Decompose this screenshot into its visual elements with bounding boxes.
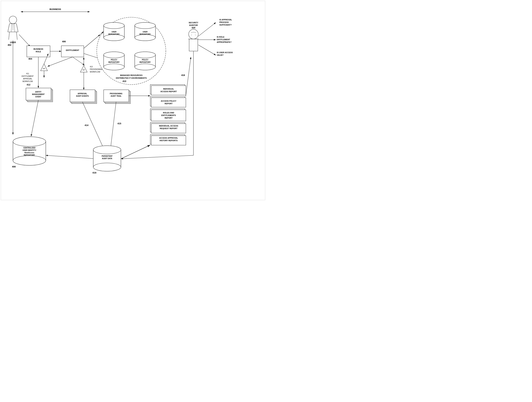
auditor-label: SECURITY: [189, 22, 198, 24]
svg-point-53: [135, 52, 155, 58]
wf2-label: WF: [82, 69, 85, 71]
wf1-label: WF: [43, 68, 45, 69]
entitlement-box: [61, 46, 84, 57]
svg-point-29: [104, 22, 124, 29]
is-user-label: IS USER ACCESS: [217, 51, 233, 54]
roles-entitlements-label: ROLES AND: [163, 112, 174, 114]
svg-text:AUDIT DATA: AUDIT DATA: [102, 158, 112, 160]
entitlement-label: ENTITLEMENT: [66, 49, 79, 51]
business-role-label: BUSINESS: [33, 48, 43, 50]
svg-point-30: [104, 35, 124, 41]
individual-access-request-label: INDIVIDUAL ACCESS: [159, 125, 178, 127]
svg-text:REPOSITORY: REPOSITORY: [139, 61, 151, 63]
business-label: BUSINESS: [50, 8, 61, 11]
svg-point-81: [13, 137, 46, 146]
svg-text:REPORT: REPORT: [165, 103, 172, 105]
svg-text:REPOSITORY: REPOSITORY: [108, 33, 120, 35]
svg-text:REQUEST REPORT: REQUEST REPORT: [160, 127, 177, 130]
svg-text:VALID?: VALID?: [217, 54, 223, 56]
svg-text:RoleAccess: RoleAccess: [25, 152, 34, 154]
is-role-label: IS ROLE: [217, 36, 224, 38]
svg-text:REPOSITORY: REPOSITORY: [24, 154, 35, 156]
user-id: 402: [8, 44, 11, 46]
svg-point-93: [93, 163, 121, 171]
svg-point-92: [93, 146, 121, 154]
entitlement-workflow: ENTITLEMENT: [22, 75, 33, 77]
svg-text:PROVISIONING: PROVISIONING: [90, 68, 103, 70]
svg-point-46: [135, 35, 155, 41]
svg-point-45: [135, 22, 155, 29]
auditor-head: [189, 29, 198, 39]
mr-id: 410: [122, 80, 126, 82]
svg-text:REPORT: REPORT: [165, 117, 172, 119]
policy-repo-right-label: POLICY: [142, 59, 148, 61]
svg-point-54: [135, 64, 155, 70]
provisioning-audit-label: PROVISIONING: [110, 93, 122, 95]
is-approval-label: IS APPROVAL: [219, 19, 232, 21]
svg-text:PROCESS: PROCESS: [219, 21, 229, 23]
svg-text:AUDIT TRAIL: AUDIT TRAIL: [111, 95, 122, 97]
pa-id: 416-: [92, 171, 97, 174]
svg-text:USER IDENTITY/: USER IDENTITY/: [23, 149, 36, 151]
svg-point-37: [104, 52, 124, 58]
svg-text:SUFFICIENT?: SUFFICIENT?: [219, 24, 232, 26]
diagram-container: BUSINESS USER 402 BUSINESS ROLE 404 ENTI…: [0, 0, 266, 201]
svg-text:APPROVAL: APPROVAL: [23, 78, 32, 80]
svg-text:MANAGEMENT: MANAGEMENT: [32, 93, 45, 95]
svg-text:REPOSITORY: REPOSITORY: [108, 61, 120, 63]
ref-414: 414: [85, 124, 89, 127]
eme-id: 412: [27, 83, 30, 86]
managed-resources-label: MANAGED RESOURCES: [120, 74, 142, 76]
svg-text:HISTORY REPORTS: HISTORY REPORTS: [160, 139, 177, 142]
svg-text:AUDITOR: AUDITOR: [189, 24, 198, 26]
user-head: [9, 16, 17, 24]
access-approval-history-label: ACCESS APPROVAL: [159, 137, 178, 139]
svg-text:WORKFLOW: WORKFLOW: [90, 71, 100, 73]
svg-text:REPOSITORY: REPOSITORY: [139, 33, 151, 35]
cr-id: 408: [12, 165, 16, 168]
ref-411: 411: [26, 73, 29, 74]
entity-mgmt-label: ENTITY: [35, 91, 41, 93]
svg-text:ENTITLEMENTS: ENTITLEMENTS: [161, 114, 176, 116]
svg-text:APPROPRIATE?: APPROPRIATE?: [217, 41, 232, 43]
svg-text:ROLE: ROLE: [36, 50, 41, 53]
svg-text:DISTRIBUTED IT ENVIRONMENTS: DISTRIBUTED IT ENVIRONMENTS: [116, 77, 147, 79]
approval-audit-label: APPROVAL: [78, 93, 87, 95]
svg-point-38: [104, 64, 124, 70]
ref-415: 415: [117, 122, 121, 125]
persistent-audit-label: PERSISTENT: [102, 155, 113, 157]
user-repo-left-label: USER: [112, 31, 117, 33]
ent-id: 406: [62, 40, 66, 43]
svg-text:WORKFLOW: WORKFLOW: [22, 80, 33, 82]
individual-access-report-label: INDIVIDUAL: [163, 88, 174, 90]
auditor-id: 420: [191, 26, 195, 29]
policy-repo-left-label: POLICY: [111, 59, 117, 61]
user-repo-right-label: USER: [143, 31, 148, 33]
svg-text:AUDIT EVENTS: AUDIT EVENTS: [76, 95, 89, 97]
centralized-repo-label: CENTRALIZED: [23, 147, 36, 149]
br-id: 404: [28, 57, 32, 60]
svg-text:ACCESS REPORT: ACCESS REPORT: [160, 90, 177, 93]
ref-418: 418: [181, 74, 185, 76]
svg-text:ENTITLEMENT: ENTITLEMENT: [217, 38, 230, 41]
access-policy-report-label: ACCESS POLICY: [161, 100, 177, 102]
svg-point-82: [13, 156, 46, 165]
ref-413: 413: [90, 66, 93, 68]
svg-rect-98: [189, 39, 198, 51]
svg-text:EVENT: EVENT: [35, 96, 41, 98]
